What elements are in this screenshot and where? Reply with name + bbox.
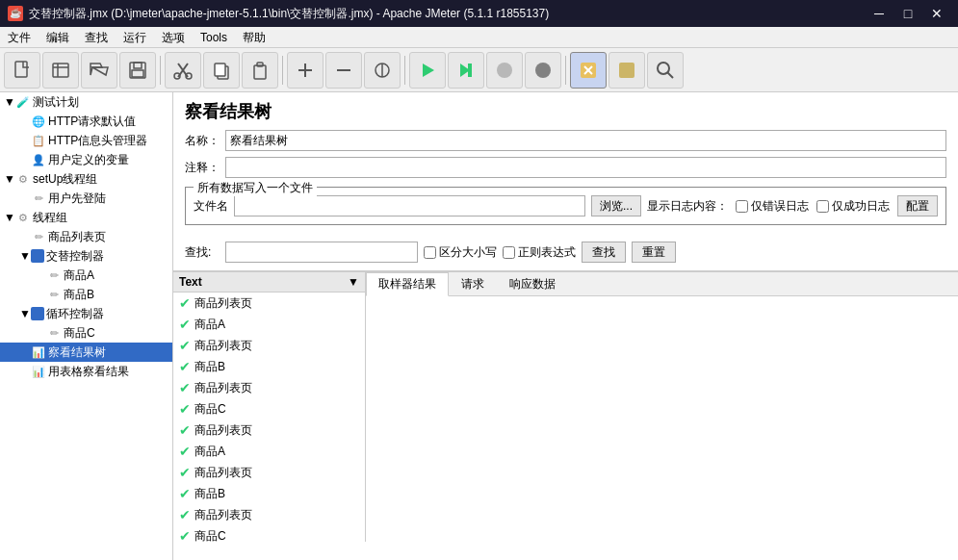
result-item[interactable]: ✔ 商品列表页 [173,377,365,398]
start-button[interactable] [409,52,446,89]
browse-button[interactable]: 浏览... [591,195,641,216]
success-icon: ✔ [179,380,191,395]
user-login-icon: ✏ [31,191,46,206]
tab-content [366,296,958,542]
clear-button[interactable] [570,52,607,89]
result-item[interactable]: ✔ 商品A [173,314,365,335]
comment-input[interactable] [225,157,946,178]
result-item[interactable]: ✔ 商品B [173,483,365,504]
sidebar-item-thread-group[interactable]: ▼ ⚙ 线程组 [0,208,172,227]
sidebar-item-test-plan[interactable]: ▼ 🧪 测试计划 [0,92,172,112]
start-no-pause-button[interactable] [448,52,484,89]
minimize-button[interactable]: ─ [866,0,893,27]
pause-button[interactable] [486,52,523,89]
menu-help[interactable]: 帮助 [235,27,273,48]
setup-group-icon: ⚙ [15,171,31,187]
menubar: 文件 编辑 查找 运行 选项 Tools 帮助 [0,27,958,48]
svg-point-24 [535,63,551,78]
error-only-checkbox-item: 仅错误日志 [736,198,809,215]
main-layout: ▼ 🧪 测试计划 🌐 HTTP请求默认值 📋 HTTP信息头管理器 👤 用户定义… [0,92,958,560]
config-button[interactable]: 配置 [897,195,938,216]
templates-button[interactable] [42,52,79,89]
sidebar-item-product-a[interactable]: ✏ 商品A [0,266,172,285]
sidebar-item-setup-group[interactable]: ▼ ⚙ setUp线程组 [0,169,172,189]
result-label: 商品B [194,486,225,502]
sidebar-item-table-results[interactable]: 📊 用表格察看结果 [0,362,172,381]
sidebar-item-http-header[interactable]: 📋 HTTP信息头管理器 [0,131,172,150]
toggle-button[interactable] [364,52,401,89]
sidebar-item-user-login[interactable]: ✏ 用户先登陆 [0,189,172,208]
maximize-button[interactable]: □ [894,0,921,27]
case-sensitive-checkbox[interactable] [424,246,436,259]
search-button[interactable] [647,52,684,89]
tab-response-data[interactable]: 响应数据 [497,272,568,296]
product-c-icon: ✏ [46,325,62,341]
product-a-icon: ✏ [46,267,62,283]
sidebar-item-http-defaults[interactable]: 🌐 HTTP请求默认值 [0,112,172,131]
text-panel-list: ✔ 商品列表页 ✔ 商品A ✔ 商品列表页 ✔ 商品B [173,293,365,542]
sidebar-item-loop-controller[interactable]: ▼ 循环控制器 [0,304,172,323]
svg-rect-13 [254,65,266,79]
sidebar-item-label: 用表格察看结果 [48,364,129,380]
case-sensitive-checkbox-item: 区分大小写 [424,244,497,261]
result-item[interactable]: ✔ 商品B [173,356,365,377]
sidebar-item-label: 商品A [64,267,94,284]
cut-button[interactable] [165,52,201,89]
arrow-icon: ▼ [4,95,15,109]
reset-button[interactable]: 重置 [632,242,676,263]
new-button[interactable] [4,52,40,89]
error-only-checkbox[interactable] [736,200,748,213]
svg-rect-1 [53,64,68,77]
sidebar-item-product-list[interactable]: ✏ 商品列表页 [0,227,172,246]
sidebar-item-label: HTTP请求默认值 [48,114,136,130]
menu-file[interactable]: 文件 [0,27,39,48]
case-sensitive-label: 区分大小写 [439,244,497,261]
result-item[interactable]: ✔ 商品列表页 [173,293,365,314]
svg-rect-0 [15,62,27,77]
sidebar-item-label: 商品B [64,287,94,303]
paste-button[interactable] [242,52,278,89]
find-button[interactable]: 查找 [582,242,626,263]
result-item[interactable]: ✔ 商品列表页 [173,504,365,525]
menu-tools[interactable]: Tools [193,27,235,48]
tab-request[interactable]: 请求 [449,272,497,296]
sidebar-item-result-tree[interactable]: 📊 察看结果树 [0,343,172,362]
tab-sampler-result[interactable]: 取样器结果 [366,272,449,296]
menu-options[interactable]: 选项 [154,27,193,48]
name-input[interactable] [225,130,946,151]
result-item[interactable]: ✔ 商品A [173,441,365,462]
stop-button[interactable] [525,52,561,89]
regex-checkbox[interactable] [503,246,515,259]
open-button[interactable] [81,52,117,89]
tabs-header: 取样器结果 请求 响应数据 [366,272,958,296]
close-button[interactable]: ✕ [923,0,950,27]
result-item[interactable]: ✔ 商品列表页 [173,420,365,441]
success-icon: ✔ [179,317,191,332]
titlebar: ☕ 交替控制器.jmx (D:\jmeter\apache-jmeter-5.1… [0,0,958,27]
success-icon: ✔ [179,507,191,522]
result-item[interactable]: ✔ 商品列表页 [173,335,365,356]
add-button[interactable] [287,52,324,89]
dropdown-icon[interactable]: ▼ [348,275,359,289]
result-item[interactable]: ✔ 商品列表页 [173,462,365,483]
sidebar-item-user-vars[interactable]: 👤 用户定义的变量 [0,150,172,169]
result-item[interactable]: ✔ 商品C [173,525,365,542]
sidebar-item-product-b[interactable]: ✏ 商品B [0,285,172,304]
menu-find[interactable]: 查找 [77,27,116,48]
clear-all-button[interactable] [608,52,645,89]
copy-button[interactable] [203,52,240,89]
result-item[interactable]: ✔ 商品C [173,398,365,420]
sidebar-item-alternate-controller[interactable]: ▼ 交替控制器 [0,246,172,266]
menu-edit[interactable]: 编辑 [39,27,77,48]
text-panel-header: Text ▼ [173,272,365,293]
search-input[interactable] [225,242,418,263]
remove-button[interactable] [325,52,362,89]
success-only-checkbox[interactable] [816,200,829,213]
window-title: 交替控制器.jmx (D:\jmeter\apache-jmeter-5.1.1… [29,6,866,22]
sidebar-item-product-c[interactable]: ✏ 商品C [0,323,172,343]
menu-run[interactable]: 运行 [116,27,154,48]
success-icon: ✔ [179,486,191,501]
save-button[interactable] [119,52,156,89]
file-input[interactable] [234,195,585,216]
regex-checkbox-item: 正则表达式 [503,244,576,261]
